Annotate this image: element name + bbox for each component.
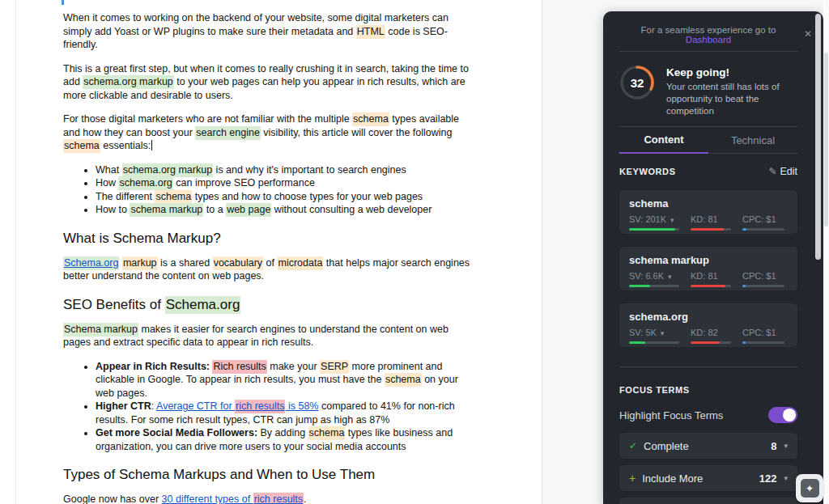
stat-search-volume: SV: 5K▾ bbox=[629, 328, 679, 344]
stat-cpc: CPC: $1 bbox=[742, 214, 784, 231]
dashboard-link[interactable]: Dashboard bbox=[686, 35, 731, 44]
document-page: When it comes to working on the backend … bbox=[0, 0, 542, 504]
chevron-down-icon: ▾ bbox=[784, 474, 788, 482]
complete-terms-row[interactable]: ✓ Complete 8 ▾ bbox=[619, 433, 797, 459]
paragraph: For those digital marketers who are not … bbox=[63, 112, 472, 153]
section-divider bbox=[619, 366, 797, 367]
sv-value: SV: 6.6K bbox=[629, 271, 664, 281]
clipped-terms-row[interactable] bbox=[619, 498, 797, 504]
paragraph: When it comes to working on the backend … bbox=[63, 11, 472, 52]
bullet-list: Appear in Rich Results: Rich results mak… bbox=[63, 360, 472, 454]
doc-link[interactable]: Schema.org bbox=[63, 256, 119, 270]
include-more-count: 122 bbox=[759, 472, 777, 485]
list-item: Get more Social Media Followers: By addi… bbox=[96, 426, 472, 453]
edit-label: Edit bbox=[780, 166, 797, 177]
document-editor[interactable]: When it comes to working on the backend … bbox=[63, 11, 472, 504]
focus-terms-title: FOCUS TERMS bbox=[619, 385, 690, 395]
paragraph: Google now has over 30 different types o… bbox=[63, 493, 472, 504]
include-more-terms-row[interactable]: + Include More 122 ▾ bbox=[619, 465, 797, 491]
include-more-label: Include More bbox=[642, 472, 703, 485]
chevron-down-icon[interactable]: ▾ bbox=[670, 216, 674, 224]
sv-bar bbox=[629, 228, 679, 231]
panel-tabs: Content Technical bbox=[619, 127, 797, 154]
keyword-card-schema[interactable]: schema SV: 201K▾ KD: 81 CPC: $1 bbox=[619, 190, 797, 234]
sparkle-icon: ✦ bbox=[801, 479, 819, 498]
keyword-stats: SV: 201K▾ KD: 81 CPC: $1 bbox=[629, 214, 788, 231]
stat-search-volume: SV: 6.6K▾ bbox=[629, 271, 679, 287]
edit-keywords-button[interactable]: ✎Edit bbox=[768, 166, 797, 177]
list-item: How to schema markup to a web page witho… bbox=[96, 203, 472, 217]
tab-technical[interactable]: Technical bbox=[708, 127, 797, 154]
toggle-knob bbox=[783, 409, 796, 421]
panel-scrollbar-thumb[interactable] bbox=[815, 14, 821, 260]
keywords-title: KEYWORDS bbox=[619, 167, 676, 176]
collaborator-caret bbox=[62, 0, 64, 5]
stat-cpc: CPC: $1 bbox=[742, 328, 784, 344]
cpc-bar bbox=[742, 228, 784, 231]
cpc-bar bbox=[742, 341, 784, 344]
kd-bar bbox=[691, 285, 731, 287]
sv-value: SV: 5K bbox=[629, 328, 657, 337]
heading-seo-benefits: SEO Benefits of Schema.org bbox=[63, 296, 472, 314]
list-item: How schema.org can improve SEO performan… bbox=[96, 176, 472, 190]
highlight-focus-terms-row: Highlight Focus Terms bbox=[619, 407, 797, 423]
kd-value: KD: 81 bbox=[691, 271, 718, 281]
plus-icon: + bbox=[629, 472, 636, 485]
sv-bar bbox=[629, 285, 679, 287]
focus-terms-header: FOCUS TERMS bbox=[619, 385, 797, 395]
window-scrollbar[interactable] bbox=[823, 0, 829, 504]
seo-assistant-panel: For a seamless experience go to Dashboar… bbox=[603, 11, 823, 504]
check-icon: ✓ bbox=[629, 440, 637, 451]
pencil-icon: ✎ bbox=[768, 166, 776, 177]
keyword-stats: SV: 5K▾ KD: 82 CPC: $1 bbox=[629, 328, 788, 344]
cpc-value: CPC: $1 bbox=[742, 271, 776, 281]
score-subtitle: Your content still has lots of opportuni… bbox=[666, 81, 796, 117]
assistant-widget-button[interactable]: ✦ bbox=[796, 474, 823, 502]
doc-link[interactable]: rich results bbox=[253, 493, 304, 504]
score-texts: Keep going! Your content still has lots … bbox=[666, 65, 796, 117]
keywords-header: KEYWORDS ✎Edit bbox=[619, 166, 797, 177]
chevron-down-icon: ▾ bbox=[784, 442, 788, 450]
highlight-focus-terms-label: Highlight Focus Terms bbox=[619, 409, 723, 421]
text-cursor bbox=[151, 140, 152, 150]
list-item: The different schema types and how to ch… bbox=[96, 190, 472, 204]
doc-link[interactable]: 30 different types of bbox=[162, 493, 253, 504]
kd-value: KD: 81 bbox=[691, 214, 718, 224]
page-margin-guide bbox=[15, 0, 16, 504]
doc-link[interactable]: Average CTR for bbox=[156, 400, 235, 412]
complete-label: Complete bbox=[644, 440, 689, 452]
keyword-term: schema markup bbox=[629, 254, 788, 266]
banner-text: For a seamless experience go to bbox=[641, 25, 776, 35]
paragraph: Schema.org markup is a shared vocabulary… bbox=[63, 256, 472, 283]
stat-keyword-difficulty: KD: 81 bbox=[691, 271, 731, 287]
paragraph: Schema markup makes it easier for search… bbox=[63, 323, 472, 349]
stat-keyword-difficulty: KD: 81 bbox=[691, 214, 731, 231]
keyword-card-schema-org[interactable]: schema.org SV: 5K▾ KD: 82 CPC: $1 bbox=[619, 303, 797, 347]
score-ring: 32 bbox=[619, 65, 655, 100]
chevron-down-icon[interactable]: ▾ bbox=[661, 329, 665, 337]
sv-value: SV: 201K bbox=[629, 214, 666, 224]
dashboard-banner: For a seamless experience go to Dashboar… bbox=[619, 11, 797, 52]
doc-link[interactable]: rich results bbox=[235, 400, 285, 413]
kd-value: KD: 82 bbox=[691, 328, 718, 337]
stat-cpc: CPC: $1 bbox=[742, 271, 784, 287]
cpc-value: CPC: $1 bbox=[742, 328, 776, 337]
list-item: Appear in Rich Results: Rich results mak… bbox=[96, 360, 472, 400]
tab-content[interactable]: Content bbox=[619, 127, 708, 154]
highlight-focus-terms-toggle[interactable] bbox=[768, 407, 797, 423]
stat-search-volume: SV: 201K▾ bbox=[629, 214, 679, 231]
sv-bar bbox=[629, 341, 679, 344]
keyword-card-schema-markup[interactable]: schema markup SV: 6.6K▾ KD: 81 CPC: $1 bbox=[619, 247, 797, 290]
content-score-section: 32 Keep going! Your content still has lo… bbox=[619, 52, 797, 127]
score-title: Keep going! bbox=[666, 66, 796, 78]
window-scrollbar-thumb[interactable] bbox=[824, 53, 828, 227]
chevron-down-icon[interactable]: ▾ bbox=[668, 273, 672, 281]
keyword-term: schema.org bbox=[629, 311, 788, 323]
bullet-list: What schema.org markup is and why it's i… bbox=[63, 163, 472, 217]
list-item: Higher CTR: Average CTR for rich results… bbox=[96, 400, 472, 426]
close-icon[interactable]: ✕ bbox=[804, 29, 812, 39]
list-item: What schema.org markup is and why it's i… bbox=[96, 163, 472, 177]
doc-link[interactable]: is 58% bbox=[285, 400, 318, 412]
paragraph: This is a great first step, but when it … bbox=[63, 62, 472, 103]
complete-count: 8 bbox=[771, 440, 776, 452]
